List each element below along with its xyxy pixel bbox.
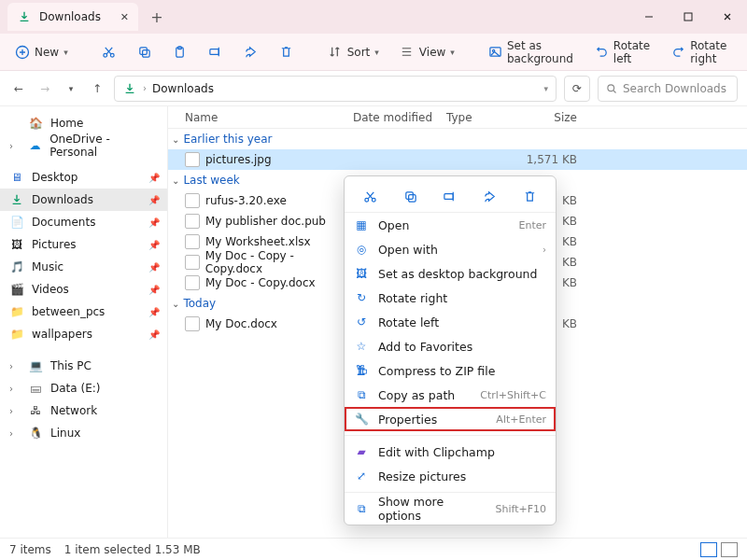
sidebar-item-desktop[interactable]: 🖥Desktop📌 [0,166,167,189]
search-icon [606,83,617,94]
minimize-button[interactable] [629,0,669,34]
column-name[interactable]: Name [185,111,353,124]
rename-button[interactable] [440,186,460,206]
sidebar-item-label: Data (E:) [50,382,100,395]
view-button[interactable]: View ▾ [394,41,460,63]
sidebar-item-videos[interactable]: 🎬Videos📌 [0,278,167,301]
sidebar-item-linux[interactable]: ›🐧Linux [0,422,167,444]
recent-button[interactable]: ▾ [62,79,80,98]
cloud-icon: ☁ [28,138,43,153]
menu-compress[interactable]: 🗜Compress to ZIP file [345,358,556,383]
chevron-down-icon[interactable]: ▾ [543,84,548,93]
title-bar: Downloads ✕ + [0,0,747,34]
sidebar-item-label: Videos [32,283,69,296]
chevron-right-icon: › [543,245,546,255]
back-button[interactable]: ← [9,79,28,98]
sort-button[interactable]: Sort ▾ [322,41,385,63]
exe-file-icon [185,193,200,208]
sidebar-item-between-pcs[interactable]: 📁between_pcs📌 [0,301,167,323]
menu-rotate-right[interactable]: ↻Rotate right [345,286,556,310]
svg-rect-16 [408,194,416,202]
rotate-left-button[interactable]: Rotate left [589,35,656,69]
share-button[interactable] [238,41,264,63]
file-row[interactable]: pictures.jpg 1,571 KB [168,149,747,170]
window-controls [629,0,747,34]
menu-label: Resize pictures [378,469,546,483]
sidebar-item-label: Downloads [32,193,93,206]
maximize-button[interactable] [669,0,708,34]
column-size[interactable]: Size [521,111,577,124]
up-button[interactable]: ↑ [88,79,106,98]
tab-strip: Downloads ✕ + [0,0,170,34]
paste-button[interactable] [167,41,193,63]
svg-point-13 [365,198,369,202]
folder-icon: 📁 [9,327,24,342]
group-header[interactable]: ⌄Earlier this year [168,129,747,149]
rename-button[interactable] [203,41,229,63]
menu-rotate-left[interactable]: ↺Rotate left [345,310,556,334]
menu-open[interactable]: ▦OpenEnter [345,213,556,237]
sidebar-item-downloads[interactable]: Downloads📌 [0,189,167,211]
context-menu: ▦OpenEnter ◎Open with› 🖼Set as desktop b… [344,175,557,525]
pin-icon: 📌 [148,240,160,250]
tab-close-icon[interactable]: ✕ [120,11,129,23]
add-tab-button[interactable]: + [144,8,170,26]
sidebar-item-home[interactable]: 🏠Home [0,112,167,134]
breadcrumb[interactable]: › Downloads ▾ [114,76,557,102]
delete-button[interactable] [520,186,541,206]
sort-label: Sort [347,46,371,59]
sidebar-item-label: Network [50,404,97,417]
sidebar-item-wallpapers[interactable]: 📁wallpapers📌 [0,323,167,345]
sidebar-item-pictures[interactable]: 🖼Pictures📌 [0,233,167,256]
sidebar-item-label: This PC [50,359,92,372]
details-view-button[interactable] [700,542,717,557]
xlsx-file-icon [185,234,200,249]
menu-resize[interactable]: ⤢Resize pictures [345,464,556,488]
sidebar-item-music[interactable]: 🎵Music📌 [0,256,167,278]
rotate-right-button[interactable]: Rotate right [666,35,733,69]
thumbnails-view-button[interactable] [721,542,738,557]
more-button[interactable]: ••• [742,42,747,63]
cut-button[interactable] [359,186,380,206]
menu-set-background[interactable]: 🖼Set as desktop background [345,261,556,286]
rotate-right-icon [671,45,685,60]
zip-icon: 🗜 [354,363,369,378]
sidebar-item-onedrive[interactable]: ›☁OneDrive - Personal [0,134,167,157]
delete-button[interactable] [274,41,300,63]
menu-label: Add to Favorites [378,340,546,354]
share-button[interactable] [480,186,500,206]
menu-favorites[interactable]: ☆Add to Favorites [345,334,556,358]
copy-button[interactable] [132,41,158,63]
pictures-icon: 🖼 [9,237,24,252]
sidebar-item-label: between_pcs [32,305,105,318]
new-button[interactable]: New ▾ [9,41,74,63]
file-name: My Doc.docx [205,317,277,330]
docx-file-icon [185,275,200,290]
menu-properties[interactable]: 🔧PropertiesAlt+Enter [345,407,556,431]
search-input[interactable]: Search Downloads [598,76,738,102]
menu-more-options[interactable]: ⧉Show more optionsShift+F10 [345,497,556,521]
rotate-left-label: Rotate left [613,39,651,65]
sidebar-item-this-pc[interactable]: ›💻This PC [0,355,167,377]
status-bar: 7 items 1 item selected 1.53 MB [0,538,747,560]
sidebar-item-network[interactable]: ›🖧Network [0,399,167,422]
menu-open-with[interactable]: ◎Open with› [345,237,556,261]
close-button[interactable] [708,0,747,34]
menu-copy-path[interactable]: ⧉Copy as pathCtrl+Shift+C [345,383,556,407]
copy-button[interactable] [400,186,420,206]
separator [345,492,556,493]
sidebar-item-data-e[interactable]: ›🖴Data (E:) [0,377,167,399]
refresh-button[interactable]: ⟳ [564,76,590,102]
sidebar-item-label: Pictures [32,238,77,251]
sidebar-item-label: Linux [50,427,80,440]
sidebar-item-documents[interactable]: 📄Documents📌 [0,211,167,233]
column-type[interactable]: Type [446,111,521,124]
svg-rect-6 [143,50,150,58]
column-date[interactable]: Date modified [353,111,446,124]
menu-clipchamp[interactable]: ▰Edit with Clipchamp [345,440,556,464]
tab-downloads[interactable]: Downloads ✕ [7,3,138,31]
breadcrumb-label: Downloads [152,82,214,95]
cut-button[interactable] [96,41,122,63]
set-background-button[interactable]: Set as background [483,35,580,69]
forward-button[interactable]: → [35,79,54,98]
